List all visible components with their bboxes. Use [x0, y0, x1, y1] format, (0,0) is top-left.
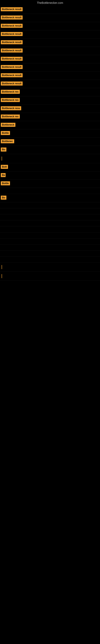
- bottleneck-badge[interactable]: Bottleneck result: [1, 16, 23, 20]
- bottleneck-badge[interactable]: Bott: [1, 165, 8, 169]
- list-item: Bottleneck result: [0, 72, 100, 80]
- bottleneck-badge[interactable]: Bo: [1, 148, 6, 152]
- bottleneck-badge[interactable]: Bottleneck result: [1, 65, 23, 69]
- list-item: Bottleneck result: [0, 47, 100, 55]
- list-item: Bottleneck: [0, 121, 100, 130]
- list-item: Bottleneck result: [0, 80, 100, 88]
- list-item: Bottleneck result: [0, 64, 100, 72]
- list-item: Bottlenec: [0, 138, 100, 146]
- bottleneck-badge[interactable]: Bottle: [1, 181, 10, 185]
- list-item: [0, 232, 100, 238]
- bottleneck-badge[interactable]: Bottleneck result: [1, 32, 23, 36]
- list-item: Bottle: [0, 180, 100, 188]
- list-item: Bottleneck result: [0, 14, 100, 22]
- list-item: [0, 226, 100, 232]
- site-title: TheBottlenecker.com: [0, 0, 100, 6]
- bottleneck-line-indicator: [1, 156, 2, 160]
- list-item: [0, 250, 100, 256]
- bottleneck-badge[interactable]: Bottleneck res: [1, 98, 20, 102]
- bottleneck-badge[interactable]: Bottleneck: [1, 123, 15, 127]
- bottleneck-badge[interactable]: Bottleneck result: [1, 40, 23, 44]
- list-item: Bott: [0, 163, 100, 172]
- bottleneck-badge[interactable]: Bottleneck result: [1, 57, 23, 61]
- list-item: Be: [0, 172, 100, 180]
- bottleneck-badge[interactable]: Bottleneck res: [1, 114, 20, 118]
- bottleneck-badge[interactable]: Bottlenec: [1, 139, 14, 143]
- list-item: [0, 263, 100, 272]
- list-item: Bottleneck res: [0, 113, 100, 121]
- list-item: Bo: [0, 146, 100, 154]
- bottleneck-badge[interactable]: Bottle: [1, 131, 10, 135]
- list-item: [0, 214, 100, 220]
- list-item: Bottleneck result: [0, 55, 100, 64]
- bottleneck-badge[interactable]: Bottleneck result: [1, 24, 23, 28]
- list-item: Bottleneck res: [0, 96, 100, 105]
- list-item: [0, 272, 100, 281]
- list-item: Bottleneck result: [0, 22, 100, 30]
- list-item: Bo: [0, 194, 100, 202]
- list-item: Bottleneck resu: [0, 105, 100, 113]
- list-item: Bottleneck res: [0, 88, 100, 96]
- bottleneck-badge[interactable]: Bo: [1, 196, 6, 200]
- bottleneck-badge[interactable]: Bottleneck result: [1, 82, 23, 86]
- list-item: Bottleneck result: [0, 39, 100, 47]
- list-item: [0, 220, 100, 226]
- list-item: [0, 202, 100, 208]
- bottleneck-badge[interactable]: Bottleneck res: [1, 90, 20, 94]
- list-item: Bottleneck result: [0, 30, 100, 39]
- bottleneck-line-indicator: [1, 274, 2, 278]
- list-item: [0, 238, 100, 244]
- list-item: [0, 154, 100, 163]
- bottleneck-line-indicator: [1, 265, 2, 269]
- bottleneck-badge[interactable]: Be: [1, 173, 6, 177]
- list-item: [0, 208, 100, 214]
- list-item: Bottleneck result: [0, 6, 100, 14]
- list-item: [0, 256, 100, 263]
- list-item: Bottle: [0, 130, 100, 138]
- bottleneck-badge[interactable]: Bottleneck result: [1, 48, 23, 52]
- bottleneck-badge[interactable]: Bottleneck result: [1, 73, 23, 77]
- list-item: [0, 244, 100, 250]
- bottleneck-badge[interactable]: Bottleneck result: [1, 7, 23, 11]
- list-item: [0, 188, 100, 194]
- bottleneck-badge[interactable]: Bottleneck resu: [1, 106, 21, 110]
